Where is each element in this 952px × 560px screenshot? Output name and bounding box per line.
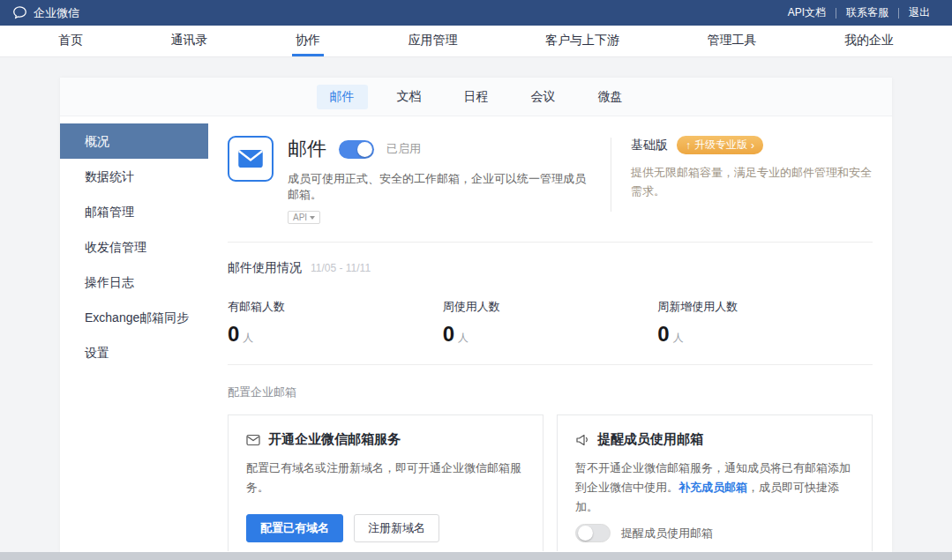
wecom-admin-screen: 企业微信 API文档 联系客服 退出 首页 通讯录 协作 应用管理 客户与上下游…: [0, 0, 952, 560]
enabled-status-label: 已启用: [386, 141, 421, 157]
vertical-divider: [611, 138, 611, 212]
chevron-right-icon: ›: [751, 139, 754, 152]
api-doc-link[interactable]: API文档: [778, 5, 836, 20]
toggle-knob: [357, 142, 372, 157]
panel-body: 概况 数据统计 邮箱管理 收发信管理 操作日志 Exchange邮箱同步 设置: [60, 116, 892, 551]
sidebar-item-send-receive[interactable]: 收发信管理: [60, 229, 208, 265]
stat-value: 0: [657, 322, 669, 347]
brand-name: 企业微信: [34, 5, 79, 21]
edition-name: 基础版: [631, 138, 668, 153]
tab-docs[interactable]: 文档: [384, 85, 435, 109]
section-divider: [228, 364, 873, 365]
mail-enabled-toggle[interactable]: [339, 140, 374, 159]
wecom-bubble-icon: [12, 5, 27, 20]
configure-existing-domain-button[interactable]: 配置已有域名: [246, 514, 343, 542]
remind-members-toggle[interactable]: [575, 524, 611, 542]
usage-section: 邮件使用情况 11/05 - 11/11 有邮箱人数 0 人: [228, 260, 873, 347]
nav-item-contacts[interactable]: 通讯录: [168, 26, 212, 56]
stat-value: 0: [228, 322, 239, 347]
top-links: API文档 联系客服 退出: [778, 5, 940, 20]
section-divider: [228, 242, 873, 243]
stat-unit: 人: [243, 331, 253, 346]
envelope-outline-icon: [246, 434, 260, 446]
page-title: 邮件: [288, 136, 326, 162]
brand[interactable]: 企业微信: [12, 5, 79, 21]
mail-app-icon: [228, 136, 274, 182]
remind-toggle-label: 提醒成员使用邮箱: [621, 526, 713, 541]
nav-item-admin-tools[interactable]: 管理工具: [704, 26, 761, 56]
sidebar-item-exchange-sync[interactable]: Exchange邮箱同步: [60, 300, 208, 335]
card-title: 开通企业微信邮箱服务: [268, 431, 401, 448]
nav-item-home[interactable]: 首页: [55, 26, 86, 56]
nav-item-my-company[interactable]: 我的企业: [841, 26, 897, 56]
card-description: 配置已有域名或注册新域名，即可开通企业微信邮箱服务。: [246, 459, 525, 497]
app-header: 邮件 已启用 成员可使用正式、安全的工作邮箱，企业可以统一管理成员邮箱。 API: [228, 136, 873, 224]
app-info: 邮件 已启用 成员可使用正式、安全的工作邮箱，企业可以统一管理成员邮箱。 API: [288, 136, 595, 224]
api-dropdown-badge[interactable]: API: [288, 211, 320, 224]
usage-title: 邮件使用情况: [228, 260, 302, 276]
chevron-down-icon: [310, 216, 315, 220]
contact-support-link[interactable]: 联系客服: [836, 5, 898, 20]
sidebar-item-overview[interactable]: 概况: [60, 123, 208, 159]
nav-item-app-management[interactable]: 应用管理: [405, 26, 461, 56]
mail-overview-content: 邮件 已启用 成员可使用正式、安全的工作邮箱，企业可以统一管理成员邮箱。 API: [208, 116, 892, 551]
stat-unit: 人: [673, 331, 684, 346]
app-description: 成员可使用正式、安全的工作邮箱，企业可以统一管理成员邮箱。: [288, 171, 595, 203]
toggle-knob: [578, 526, 593, 541]
upgrade-label: 升级专业版: [694, 138, 747, 153]
sidebar-item-statistics[interactable]: 数据统计: [60, 159, 208, 194]
add-member-mailbox-link[interactable]: 补充成员邮箱: [678, 481, 747, 494]
sidebar-item-settings[interactable]: 设置: [60, 335, 208, 370]
collaboration-panel: 邮件 文档 日程 会议 微盘 概况 数据统计 邮箱管理 收发信管理 操作日志 E…: [60, 78, 892, 552]
collaboration-tabs: 邮件 文档 日程 会议 微盘: [60, 78, 892, 116]
megaphone-icon: [575, 434, 589, 446]
nav-item-customers[interactable]: 客户与上下游: [542, 26, 623, 56]
api-badge-label: API: [293, 213, 307, 222]
page-body: 邮件 文档 日程 会议 微盘 概况 数据统计 邮箱管理 收发信管理 操作日志 E…: [0, 57, 952, 560]
nav-item-collaboration[interactable]: 协作: [292, 26, 324, 56]
usage-date-range: 11/05 - 11/11: [311, 262, 371, 274]
tab-mail[interactable]: 邮件: [317, 85, 368, 109]
tab-drive[interactable]: 微盘: [585, 85, 636, 109]
sidebar-item-operation-log[interactable]: 操作日志: [60, 265, 208, 300]
open-mailbox-service-card: 开通企业微信邮箱服务 配置已有域名或注册新域名，即可开通企业微信邮箱服务。 配置…: [228, 414, 543, 551]
main-nav: 首页 通讯录 协作 应用管理 客户与上下游 管理工具 我的企业: [0, 26, 952, 57]
config-section: 配置企业邮箱 开通企业微信邮箱服务 配置已有域名或注册新域名，即可开通企业微信邮…: [228, 385, 873, 551]
mail-sidebar: 概况 数据统计 邮箱管理 收发信管理 操作日志 Exchange邮箱同步 设置: [60, 116, 208, 551]
stat-value: 0: [443, 322, 454, 347]
envelope-icon: [237, 148, 264, 169]
stat-unit: 人: [458, 331, 469, 346]
remind-members-card: 提醒成员使用邮箱 暂不开通企业微信邮箱服务，通知成员将已有邮箱添加到企业微信中使…: [557, 414, 873, 551]
card-description: 暂不开通企业微信邮箱服务，通知成员将已有邮箱添加到企业微信中使用。补充成员邮箱，…: [575, 459, 854, 517]
top-bar: 企业微信 API文档 联系客服 退出: [0, 0, 952, 26]
sidebar-item-mailbox-management[interactable]: 邮箱管理: [60, 194, 208, 229]
edition-description: 提供无限邮箱容量，满足专业的邮件管理和安全需求。: [631, 163, 873, 201]
tab-meeting[interactable]: 会议: [518, 85, 569, 109]
card-title: 提醒成员使用邮箱: [597, 431, 703, 448]
horizontal-scrollbar[interactable]: [0, 552, 952, 560]
stat-mailbox-count: 有邮箱人数 0 人: [228, 299, 443, 347]
register-new-domain-button[interactable]: 注册新域名: [354, 514, 439, 542]
upgrade-arrow-icon: ↑: [686, 139, 691, 152]
usage-stats: 有邮箱人数 0 人 周使用人数 0 人: [228, 299, 873, 347]
config-title: 配置企业邮箱: [228, 385, 873, 400]
upgrade-pro-button[interactable]: ↑ 升级专业版 ›: [677, 136, 763, 154]
edition-block: 基础版 ↑ 升级专业版 › 提供无限邮箱容量，满足专业的邮件管理和安全需求。: [631, 136, 873, 224]
tab-calendar[interactable]: 日程: [451, 85, 502, 109]
stat-weekly-new-users: 周新增使用人数 0 人: [657, 299, 873, 347]
logout-link[interactable]: 退出: [899, 5, 940, 20]
stat-weekly-users: 周使用人数 0 人: [443, 299, 658, 347]
